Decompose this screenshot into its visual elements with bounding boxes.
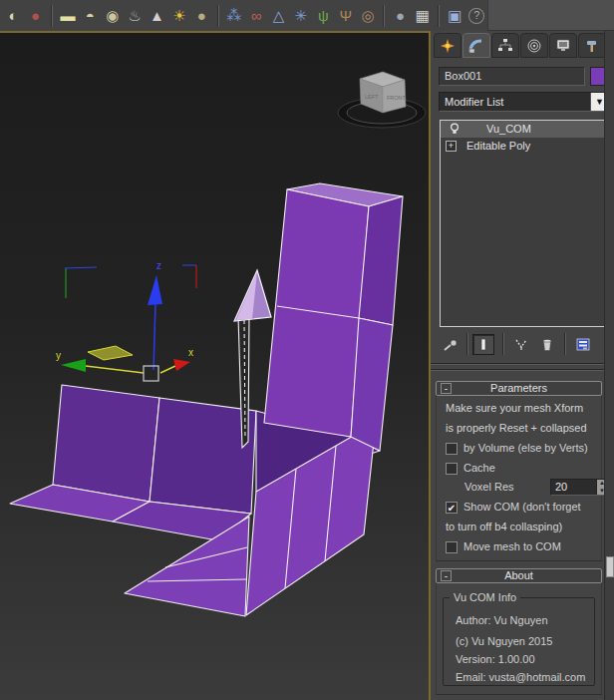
knot-icon[interactable]: ◎ bbox=[357, 3, 379, 29]
spiky-ball-icon[interactable]: ✳ bbox=[290, 3, 312, 29]
gizmo-y-axis[interactable] bbox=[86, 366, 144, 373]
collapse-minus-icon[interactable]: - bbox=[441, 570, 452, 581]
hair-fur-icon[interactable]: Ψ bbox=[334, 3, 356, 29]
cone-icon[interactable]: ▲ bbox=[146, 3, 167, 29]
expand-plus-icon[interactable]: + bbox=[446, 141, 457, 152]
copyright-line: (c) Vu Nguyen 2015 bbox=[456, 635, 552, 647]
show-com-checkbox-row[interactable]: ✔Show COM (don't forget bbox=[446, 501, 581, 515]
scatter-spikes-icon[interactable]: ⁂ bbox=[223, 3, 245, 29]
plane-icon[interactable]: ▬ bbox=[57, 3, 79, 29]
by-volume-checkbox[interactable] bbox=[446, 443, 458, 455]
gizmo-xy-plane-handle[interactable] bbox=[88, 346, 133, 360]
cache-label: Cache bbox=[463, 462, 495, 474]
gizmo-x-label: x bbox=[188, 347, 193, 358]
display-tab[interactable] bbox=[549, 33, 577, 58]
gizmo-x-axis[interactable] bbox=[160, 366, 175, 373]
parameters-rollout-body: Make sure your mesh Xform is properly Re… bbox=[436, 396, 602, 561]
viewcube[interactable]: LEFT FRONT bbox=[338, 72, 426, 128]
light-icon[interactable]: ◐ bbox=[2, 3, 24, 29]
main-toolbar: ◐●▬◓◉♨▲☀●⁂∞△✳ψΨ◎●▦▣? bbox=[0, 0, 614, 31]
modify-tab[interactable] bbox=[462, 33, 490, 58]
modifier-stack-item-label: Editable Poly bbox=[466, 138, 530, 155]
pushpin-icon bbox=[443, 337, 460, 353]
camera-icon[interactable]: ● bbox=[24, 3, 46, 29]
parameters-rollout-header[interactable]: - Parameters bbox=[436, 381, 602, 396]
voxel-res-row: Voxel Res 20 ▲ ▼ bbox=[464, 481, 514, 495]
move-mesh-checkbox[interactable] bbox=[446, 541, 458, 553]
object-name-field[interactable]: Box001 bbox=[439, 67, 585, 86]
material-editor-icon[interactable]: ▦ bbox=[412, 3, 434, 29]
cache-checkbox[interactable] bbox=[446, 463, 458, 475]
lightbulb-icon[interactable] bbox=[449, 123, 460, 135]
render-setup-icon[interactable]: ▣ bbox=[444, 3, 465, 29]
dome-icon[interactable]: ◓ bbox=[79, 3, 101, 29]
grass-icon[interactable]: ψ bbox=[312, 3, 334, 29]
make-unique-icon bbox=[512, 337, 530, 353]
voxel-res-spinner[interactable]: 20 ▲ ▼ bbox=[550, 479, 608, 496]
show-com-label: Show COM (don't forget bbox=[463, 501, 581, 513]
toolbar-separator bbox=[383, 5, 385, 27]
info-text-line2: is properly Reset + collapsed bbox=[446, 422, 587, 434]
info-text-line3: to turn off b4 collasping) bbox=[446, 521, 562, 532]
modifier-stack-item-vucom[interactable]: Vu_COM bbox=[441, 121, 605, 138]
collapse-minus-icon[interactable]: - bbox=[441, 383, 452, 394]
pin-stack-button[interactable] bbox=[441, 334, 462, 355]
groupbox-title: Vu COM Info bbox=[450, 591, 520, 603]
email-line: Email: vusta@hotmail.com bbox=[456, 671, 585, 683]
sun-icon[interactable]: ☀ bbox=[168, 3, 190, 29]
cache-checkbox-row[interactable]: Cache bbox=[446, 462, 495, 476]
viewport-canvas[interactable]: LEFT FRONT bbox=[0, 33, 429, 700]
bones-icon[interactable]: ∞ bbox=[245, 3, 267, 29]
about-rollout-body: Vu COM Info Author: Vu Nguyen (c) Vu Ngu… bbox=[436, 583, 602, 695]
help-icon[interactable]: ? bbox=[468, 8, 484, 24]
create-tab[interactable] bbox=[434, 33, 461, 58]
configure-modifier-sets-button[interactable] bbox=[572, 334, 594, 355]
toolbar-separator bbox=[51, 5, 53, 27]
command-panel: Box001 Modifier List ▼ Vu_COM + Editable… bbox=[431, 31, 614, 700]
utilities-tab[interactable] bbox=[578, 33, 606, 58]
gizmo-x-arrowhead[interactable] bbox=[173, 359, 190, 371]
material-sphere-icon[interactable]: ● bbox=[389, 3, 411, 29]
pyramid-icon[interactable]: △ bbox=[267, 3, 289, 29]
gizmo-z-label: z bbox=[156, 260, 161, 271]
mesh-object-box001[interactable] bbox=[10, 183, 403, 616]
toolbar-separator bbox=[217, 5, 219, 27]
info-text-line1: Make sure your mesh Xform bbox=[446, 402, 583, 414]
monitor-icon bbox=[555, 38, 571, 54]
parameters-rollout-title: Parameters bbox=[490, 382, 547, 394]
trash-icon bbox=[538, 337, 556, 353]
motion-tab[interactable] bbox=[520, 33, 548, 58]
starburst-icon bbox=[440, 38, 456, 54]
gizmo-z-arrowhead[interactable] bbox=[148, 275, 162, 305]
gizmo-center-box[interactable] bbox=[144, 366, 158, 381]
mesh-face bbox=[351, 318, 393, 451]
gizmo-z-axis[interactable] bbox=[154, 303, 155, 370]
viewport-3d[interactable]: LEFT FRONT bbox=[0, 31, 431, 700]
modifier-list-dropdown[interactable]: Modifier List ▼ bbox=[439, 92, 609, 112]
voxel-res-value[interactable]: 20 bbox=[555, 481, 567, 493]
make-unique-button[interactable] bbox=[510, 334, 532, 355]
about-rollout-header[interactable]: - About bbox=[436, 568, 602, 583]
toolbar-separator bbox=[438, 5, 440, 27]
author-line: Author: Vu Nguyen bbox=[456, 614, 548, 626]
gizmo-y-arrowhead[interactable] bbox=[61, 359, 86, 372]
move-mesh-checkbox-row[interactable]: Move mesh to COM bbox=[446, 540, 561, 554]
show-end-result-button[interactable] bbox=[472, 334, 494, 355]
move-mesh-label: Move mesh to COM bbox=[463, 540, 561, 552]
hierarchy-tab[interactable] bbox=[491, 33, 519, 58]
by-volume-checkbox-row[interactable]: by Volume (else by Verts) bbox=[446, 442, 588, 456]
sphere-icon[interactable]: ● bbox=[190, 3, 212, 29]
transform-gizmo[interactable]: z y x bbox=[56, 260, 196, 381]
panel-scrollbar-thumb[interactable] bbox=[606, 556, 614, 577]
show-com-checkbox[interactable]: ✔ bbox=[446, 502, 458, 514]
remove-modifier-button[interactable] bbox=[536, 334, 558, 355]
sphere-ring-icon[interactable]: ◉ bbox=[102, 3, 124, 29]
bend-curve-icon bbox=[468, 38, 484, 54]
version-line: Version: 1.00.00 bbox=[456, 653, 535, 665]
gizmo-y-label: y bbox=[56, 350, 61, 361]
panel-scrollbar[interactable] bbox=[604, 31, 614, 700]
gizmo-plane-edge-blue[interactable] bbox=[65, 267, 97, 268]
3ds-max-window: ◐●▬◓◉♨▲☀●⁂∞△✳ψΨ◎●▦▣? LEFT FRONT bbox=[0, 0, 614, 700]
teapot-icon[interactable]: ♨ bbox=[124, 3, 146, 29]
modifier-stack-item-editable-poly[interactable]: + Editable Poly bbox=[441, 138, 605, 155]
